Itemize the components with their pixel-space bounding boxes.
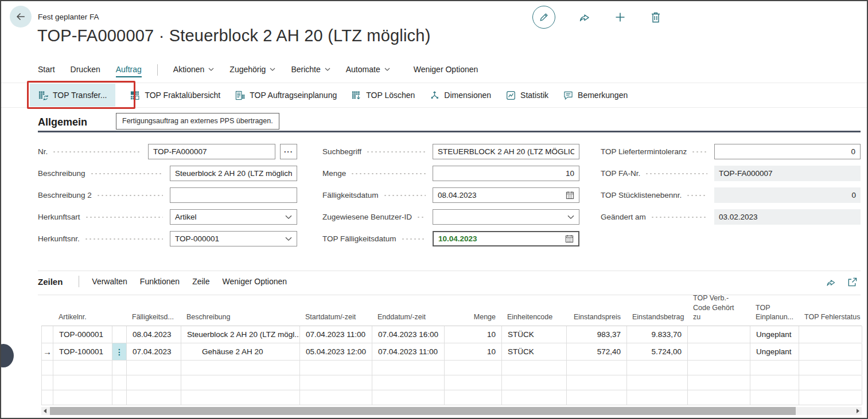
chevron-down-icon[interactable] [285, 237, 292, 241]
column-header-einstandsbetrag[interactable]: Einstandsbetrag [626, 312, 687, 326]
cell-beschreibung[interactable] [181, 390, 300, 405]
cell-top-fehlerstatus[interactable] [799, 326, 862, 343]
row-menu-cell[interactable] [112, 375, 127, 390]
cell-einstandspreis[interactable]: 572,40 [567, 343, 627, 360]
cell-artikelnr[interactable] [53, 375, 112, 390]
column-header-top-verb-code-gehört-zu[interactable]: TOP Verb.- Code Gehört zu [687, 293, 750, 326]
field-input-menge[interactable]: 10 [433, 166, 579, 181]
cell-top-verb-code-gehört-zu[interactable] [688, 390, 750, 405]
row-selector-cell[interactable] [42, 361, 53, 375]
field-input-suchbegriff[interactable]: STEUERBLOCK 2 AH 20 (LTZ MÖGLICH) [433, 144, 579, 159]
cell-einstandspreis[interactable] [567, 361, 627, 375]
cell-einstandsbetrag[interactable]: 5.724,00 [627, 343, 688, 360]
cell-artikelnr[interactable] [53, 361, 112, 375]
cell-top-verb-code-gehört-zu[interactable] [688, 343, 750, 360]
cell-beschreibung[interactable] [181, 375, 300, 390]
lines-menu-verwalten[interactable]: Verwalten [92, 277, 127, 286]
menu-dropdown-zugehörig[interactable]: Zugehörig [229, 65, 275, 77]
cell-einstandsbetrag[interactable] [627, 361, 688, 375]
column-header-einstandspreis[interactable]: Einstandspreis [566, 312, 626, 326]
cell-menge[interactable]: 10 [445, 326, 502, 343]
menu-tab-auftrag[interactable]: Auftrag [116, 65, 142, 77]
cell-einstandsbetrag[interactable] [627, 390, 688, 405]
menu-dropdown-berichte[interactable]: Berichte [291, 65, 330, 77]
cell-top-fehlerstatus[interactable] [799, 361, 862, 375]
menu-tab-start[interactable]: Start [38, 65, 55, 77]
horizontal-scrollbar[interactable] [41, 407, 862, 415]
menu-tab-drucken[interactable]: Drucken [71, 65, 100, 77]
ribbon-button-bemerkungen[interactable]: Bemerkungen [563, 91, 628, 100]
cell-top-fehlerstatus[interactable] [799, 343, 862, 360]
chevron-down-icon[interactable] [567, 215, 574, 220]
row-menu-cell[interactable] [112, 361, 127, 375]
cell-top-verb-code-gehört-zu[interactable] [688, 326, 750, 343]
cell-beschreibung[interactable]: Steuerblock 2 AH 20 (LTZ mögl... [181, 326, 300, 343]
back-button[interactable] [10, 6, 32, 28]
cell-top-einplanun[interactable] [750, 361, 799, 375]
lines-menu-funktionen[interactable]: Funktionen [140, 277, 180, 286]
scroll-left-arrow[interactable] [44, 409, 46, 413]
field-input-top-liefertermintoleranz[interactable]: 0 [714, 144, 861, 159]
column-header-top-fehlerstatus[interactable]: TOP Fehlerstatus [799, 312, 862, 326]
lines-expand-button[interactable] [847, 277, 858, 288]
cell-menge[interactable] [445, 375, 502, 390]
row-menu-cell[interactable] [112, 390, 127, 405]
cell-fälligkeitsd[interactable] [127, 390, 181, 405]
ribbon-button-top-löschen[interactable]: TOP Löschen [352, 91, 415, 100]
cell-enddatum-zeit[interactable]: 07.04.2023 11:00 [372, 343, 445, 360]
calendar-icon[interactable] [565, 234, 574, 243]
cell-startdatum-zeit[interactable]: 05.04.2023 12:00 [300, 343, 372, 360]
row-selector-cell[interactable] [42, 390, 53, 405]
share-button[interactable] [578, 11, 591, 24]
row-selector-cell[interactable]: → [42, 343, 53, 360]
cell-startdatum-zeit[interactable] [300, 390, 372, 405]
row-menu-cell[interactable] [112, 326, 127, 343]
cell-einheitencode[interactable]: STÜCK [502, 326, 567, 343]
cell-einheitencode[interactable] [502, 390, 567, 405]
column-header-top-einplanun[interactable]: TOP Einplanun... [750, 303, 799, 326]
ribbon-button-dimensionen[interactable]: Dimensionen [430, 91, 491, 100]
column-header-beschreibung[interactable]: Beschreibung [181, 312, 299, 326]
cell-menge[interactable] [445, 361, 502, 375]
cell-artikelnr[interactable]: TOP-100001 [53, 343, 112, 360]
cell-einheitencode[interactable] [502, 361, 567, 375]
side-panel-knob[interactable] [0, 344, 14, 367]
cell-top-fehlerstatus[interactable] [799, 390, 862, 405]
delete-button[interactable] [649, 11, 662, 24]
cell-menge[interactable] [445, 390, 502, 405]
cell-einheitencode[interactable] [502, 375, 567, 390]
cell-fälligkeitsd[interactable] [127, 375, 181, 390]
ribbon-button-top-fraktalübersicht[interactable]: TOP Fraktalübersicht [130, 91, 220, 100]
column-header-startdatum-zeit[interactable]: Startdatum/-zeit [299, 312, 372, 326]
cell-menge[interactable]: 10 [445, 343, 502, 360]
assist-edit-button[interactable]: ··· [280, 144, 297, 159]
cell-top-einplanun[interactable] [750, 390, 799, 405]
lines-menu-zeile[interactable]: Zeile [192, 277, 209, 286]
cell-artikelnr[interactable] [53, 390, 112, 405]
field-input-zugewiesene-benutzer-id[interactable] [433, 209, 579, 225]
field-input-nr[interactable]: TOP-FA000007 [148, 144, 275, 159]
scrollbar-thumb[interactable] [50, 407, 796, 415]
cell-fälligkeitsd[interactable]: 07.04.2023 [127, 343, 181, 360]
cell-startdatum-zeit[interactable] [300, 375, 372, 390]
column-header-menge[interactable]: Menge [444, 312, 501, 326]
lines-share-button[interactable] [826, 277, 836, 288]
field-input-fälligkeitsdatum[interactable]: 08.04.2023 [433, 187, 579, 203]
field-input-beschreibung-2[interactable] [170, 187, 297, 203]
cell-top-einplanun[interactable]: Ungeplant [750, 343, 799, 360]
cell-top-fehlerstatus[interactable] [799, 375, 862, 390]
add-button[interactable] [614, 11, 626, 24]
ribbon-button-statistik[interactable]: Statistik [506, 91, 548, 100]
menu-dropdown-aktionen[interactable]: Aktionen [173, 65, 214, 77]
chevron-down-icon[interactable] [285, 215, 292, 220]
cell-top-verb-code-gehört-zu[interactable] [688, 361, 750, 375]
cell-enddatum-zeit[interactable] [372, 361, 445, 375]
cell-top-verb-code-gehört-zu[interactable] [688, 375, 750, 390]
cell-einstandspreis[interactable] [567, 375, 627, 390]
lines-section-heading[interactable]: Zeilen [38, 277, 63, 287]
scroll-right-arrow[interactable] [857, 409, 859, 413]
cell-fälligkeitsd[interactable]: 08.04.2023 [127, 326, 181, 343]
row-selector-cell[interactable] [42, 326, 53, 343]
cell-beschreibung[interactable] [181, 361, 300, 375]
column-header-artikelnr[interactable]: Artikelnr. [53, 312, 112, 326]
